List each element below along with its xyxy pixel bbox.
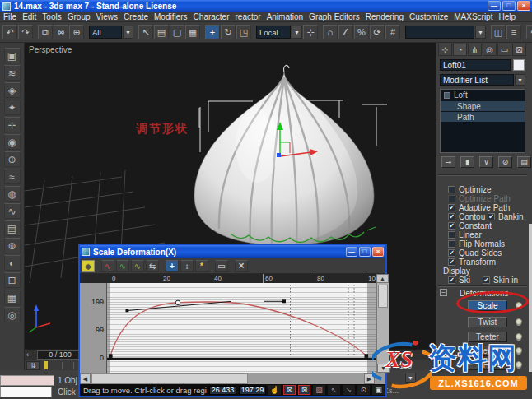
- menu-modifiers[interactable]: Modifiers: [154, 12, 188, 21]
- pan-hand-icon[interactable]: ☝: [268, 385, 281, 395]
- checkbox-quad-sides[interactable]: ✔: [448, 249, 455, 257]
- make-unique-icon[interactable]: ∨: [479, 156, 493, 168]
- twist-lightbulb-icon[interactable]: [516, 318, 522, 325]
- handle-end-point[interactable]: [282, 299, 286, 303]
- keyframe-marker[interactable]: [44, 361, 48, 369]
- checkbox-constant[interactable]: ✔: [448, 222, 455, 230]
- checkbox-row-quad-sides[interactable]: ✔ Quad Sides: [448, 248, 502, 257]
- modifier-list-dropdown[interactable]: Modifier List: [440, 74, 514, 86]
- selection-filter-arrow-icon[interactable]: ▼: [123, 26, 133, 39]
- stack-item-path[interactable]: Path: [441, 111, 525, 122]
- keyboard-shortcut-override-icon[interactable]: #: [385, 25, 400, 39]
- checkbox-contour[interactable]: ✔: [448, 213, 455, 220]
- menu-graph-editors[interactable]: Graph Editors: [309, 12, 360, 21]
- left-tool-icon-8[interactable]: ≈: [4, 169, 21, 184]
- dialog-minimize-button[interactable]: —: [346, 247, 357, 257]
- left-tool-icon-14[interactable]: ⊟: [4, 272, 21, 288]
- checkbox-flip-normals[interactable]: [448, 240, 455, 248]
- display-xy-axes-icon[interactable]: ∿: [131, 260, 144, 272]
- menu-file[interactable]: File: [3, 12, 16, 21]
- tab-create-icon[interactable]: ⊹: [438, 44, 452, 56]
- select-and-move-icon[interactable]: +: [205, 25, 220, 39]
- stack-item-shape[interactable]: Shape: [441, 100, 525, 111]
- scale-control-point-icon[interactable]: ↕: [180, 260, 194, 272]
- delete-control-point-icon[interactable]: ×: [235, 260, 248, 272]
- left-tool-icon-16[interactable]: ◎: [4, 307, 21, 322]
- select-and-rotate-icon[interactable]: ↻: [221, 25, 236, 39]
- tab-utilities-icon[interactable]: ⊠: [512, 44, 526, 56]
- zoom-horizontal-extents-icon[interactable]: ⊠: [298, 385, 310, 395]
- select-and-scale-icon[interactable]: ◳: [236, 25, 251, 39]
- show-end-result-icon[interactable]: ▮: [460, 156, 474, 168]
- point-y-field[interactable]: 197.29: [239, 386, 266, 395]
- window-crossing-icon[interactable]: ▦: [185, 25, 200, 39]
- checkbox-adaptive-path[interactable]: ✔: [448, 204, 455, 211]
- menu-create[interactable]: Create: [124, 12, 148, 21]
- maxscript-mini-listener[interactable]: [0, 375, 54, 386]
- checkbox-skin[interactable]: ✔: [448, 276, 455, 284]
- menu-group[interactable]: Group: [68, 12, 91, 21]
- coordsys-arrow-icon[interactable]: ▼: [292, 26, 302, 39]
- undo-icon[interactable]: ↶: [2, 25, 17, 39]
- remove-modifier-icon[interactable]: ⊘: [498, 156, 512, 168]
- menu-edit[interactable]: Edit: [22, 12, 36, 21]
- named-sets-arrow-icon[interactable]: ▼: [475, 26, 486, 39]
- checkbox-optimize[interactable]: [448, 186, 455, 193]
- curve-end-point-left[interactable]: [109, 354, 113, 358]
- twist-deformation-button[interactable]: Twist: [468, 317, 507, 327]
- mini-curve-editor-icon[interactable]: ⇅: [26, 361, 40, 370]
- named-selection-sets-dropdown[interactable]: [405, 26, 474, 39]
- curve-end-point-right[interactable]: [365, 354, 369, 358]
- time-slider-value[interactable]: 0 / 100: [37, 350, 83, 360]
- menu-views[interactable]: Views: [96, 12, 119, 21]
- tab-modify-icon[interactable]: ◔: [453, 44, 467, 56]
- spinner-snap-icon[interactable]: ⟳: [370, 25, 385, 39]
- unlink-selection-icon[interactable]: ⊗: [54, 25, 68, 39]
- selected-bezier-point[interactable]: [175, 300, 180, 304]
- menu-character[interactable]: Character: [194, 12, 230, 21]
- checkbox-linear[interactable]: [448, 231, 455, 239]
- menu-rendering[interactable]: Rendering: [366, 12, 404, 21]
- deformation-curve-plot[interactable]: [107, 283, 376, 373]
- zoom-extents-icon[interactable]: ⊠: [283, 385, 296, 395]
- checkbox-row-optimize[interactable]: Optimize: [448, 185, 491, 194]
- mirror-icon[interactable]: ◫: [491, 25, 506, 39]
- dialog-close-button[interactable]: ×: [372, 247, 384, 257]
- maximize-button[interactable]: □: [502, 1, 516, 11]
- checkbox-row-adaptive-path[interactable]: ✔ Adaptive Path: [448, 203, 510, 212]
- zoom-horizontally-icon[interactable]: ↖: [328, 385, 340, 395]
- left-tool-icon-4[interactable]: ✦: [4, 100, 21, 115]
- modifier-list-arrow-icon[interactable]: ▼: [515, 74, 525, 86]
- swap-deform-curves-icon[interactable]: ⇆: [146, 260, 159, 272]
- menu-help[interactable]: Help: [498, 12, 516, 21]
- curve-editor-icon[interactable]: ∿: [526, 25, 532, 39]
- checkbox-row-flip-normals[interactable]: Flip Normals: [448, 239, 505, 248]
- checkbox-row-skin-in-shaded[interactable]: ✔ Skin in: [483, 276, 518, 285]
- left-tool-icon-13[interactable]: ◐: [4, 255, 21, 271]
- checkbox-row-contour[interactable]: ✔ Contou: [448, 212, 485, 221]
- hscroll-left-icon[interactable]: ◀: [80, 373, 91, 384]
- zoom-icon[interactable]: ⊙: [357, 385, 370, 395]
- left-tool-icon-11[interactable]: ▤: [4, 220, 21, 236]
- point-x-field[interactable]: 26.433: [209, 386, 236, 395]
- handle-end-point[interactable]: [126, 309, 129, 313]
- checkbox-row-linear[interactable]: Linear: [448, 230, 482, 239]
- pin-stack-icon[interactable]: ⊸: [441, 156, 455, 168]
- menu-customize[interactable]: Customize: [409, 12, 448, 21]
- selection-filter-dropdown[interactable]: All: [89, 26, 122, 39]
- checkbox-row-constant[interactable]: ✔ Constant: [448, 221, 492, 230]
- insert-corner-point-icon[interactable]: *: [195, 260, 208, 272]
- dialog-horizontal-scrollbar[interactable]: ◀ ▶: [80, 373, 385, 384]
- checkbox-row-banking[interactable]: ✔ Bankin: [488, 212, 524, 221]
- align-icon[interactable]: ≡: [506, 25, 521, 39]
- bind-to-space-warp-icon[interactable]: ⊕: [69, 25, 84, 39]
- move-control-point-icon[interactable]: +: [166, 260, 179, 272]
- checkbox-row-skin[interactable]: ✔ Ski: [448, 276, 470, 285]
- select-object-icon[interactable]: ↖: [138, 25, 153, 39]
- redo-icon[interactable]: ↷: [18, 25, 33, 39]
- left-tool-icon-9[interactable]: ◍: [4, 186, 21, 202]
- select-and-link-icon[interactable]: ⧉: [38, 25, 53, 39]
- viewport-label[interactable]: Perspective: [29, 45, 72, 54]
- left-tool-icon-3[interactable]: ◈: [4, 82, 21, 98]
- checkbox-row-transform[interactable]: ✔ Transform: [448, 257, 496, 267]
